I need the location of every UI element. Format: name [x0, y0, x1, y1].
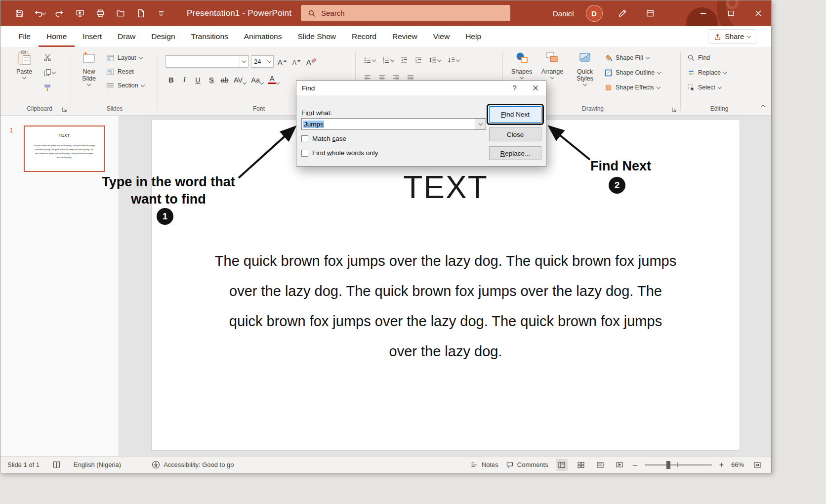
numbering-button[interactable] — [379, 54, 396, 67]
quick-print-button[interactable] — [92, 5, 108, 21]
decrease-indent-button[interactable] — [398, 54, 411, 67]
underline-button[interactable]: U — [192, 73, 204, 85]
tab-draw[interactable]: Draw — [110, 26, 143, 47]
replace-button[interactable]: Replace — [687, 66, 727, 80]
zoom-slider-thumb[interactable] — [666, 461, 670, 469]
new-file-button[interactable] — [133, 5, 149, 21]
cut-button[interactable] — [41, 51, 54, 64]
paste-button[interactable]: Paste — [10, 49, 38, 79]
customize-qat-button[interactable] — [153, 5, 169, 21]
layout-button[interactable]: Layout — [106, 51, 144, 65]
find-button[interactable]: Find — [687, 51, 727, 65]
select-button[interactable]: Select — [687, 81, 727, 94]
language-indicator[interactable]: English (Nigeria) — [74, 461, 121, 468]
share-button[interactable]: Share — [708, 29, 756, 44]
drawing-dialog-launcher[interactable] — [671, 107, 677, 112]
find-dialog-titlebar[interactable]: Find ? — [296, 81, 546, 95]
change-case-button[interactable]: Aa — [249, 73, 265, 85]
font-name-dropdown-icon[interactable] — [240, 56, 248, 67]
italic-button[interactable]: I — [179, 73, 190, 85]
avatar[interactable]: D — [586, 5, 603, 22]
start-slideshow-button[interactable] — [72, 5, 88, 21]
dialog-close-button[interactable]: Close — [489, 127, 541, 141]
tab-home[interactable]: Home — [39, 26, 75, 47]
group-slides: New Slide Layout Reset Section Slides — [75, 47, 155, 115]
find-what-label: Find what: — [301, 109, 332, 117]
font-color-button[interactable]: A — [267, 73, 281, 85]
tab-help[interactable]: Help — [457, 26, 489, 47]
zoom-in-button[interactable]: + — [719, 461, 724, 469]
clipboard-dialog-launcher[interactable] — [62, 107, 67, 112]
shape-fill-button[interactable]: Shape Fill — [604, 51, 661, 65]
slide-show-view-button[interactable] — [614, 459, 625, 471]
quick-styles-button[interactable]: Quick Styles — [570, 49, 600, 85]
tab-file[interactable]: File — [10, 26, 39, 47]
layout-dropdown-icon — [138, 55, 142, 59]
section-button[interactable]: Section — [106, 79, 144, 92]
find-dialog-close-button[interactable] — [525, 81, 546, 95]
find-what-dropdown[interactable] — [475, 118, 486, 130]
match-case-checkbox[interactable]: Match case — [301, 135, 346, 142]
reading-view-button[interactable] — [594, 459, 606, 471]
clear-formatting-button[interactable]: A — [305, 55, 318, 68]
line-spacing-button[interactable] — [426, 54, 443, 67]
bullets-button[interactable] — [361, 54, 378, 67]
strikethrough-button[interactable]: ab — [219, 73, 230, 85]
decrease-font-button[interactable]: A — [291, 55, 302, 68]
find-dialog-help-button[interactable]: ? — [504, 81, 525, 95]
undo-button[interactable] — [32, 5, 47, 21]
ribbon-display-options-button[interactable] — [642, 5, 658, 21]
collapse-ribb[interactable] — [761, 103, 765, 110]
accessibility-checker[interactable]: Accessibility: Good to go — [152, 461, 234, 469]
redo-button[interactable] — [52, 5, 68, 21]
save-button[interactable] — [11, 5, 27, 21]
slide-editor[interactable]: TEXT The quick brown fox jumps over the … — [152, 120, 740, 450]
spell-check-button[interactable] — [52, 461, 61, 469]
tab-insert[interactable]: Insert — [75, 26, 110, 47]
dialog-replace-button[interactable]: Replace... — [489, 146, 541, 160]
new-slide-button[interactable]: New Slide — [75, 49, 103, 85]
tab-slide-show[interactable]: Slide Show — [289, 26, 344, 47]
search-box[interactable]: Search — [301, 5, 510, 21]
shape-effects-button[interactable]: Shape Effects — [604, 81, 661, 94]
increase-font-button[interactable]: A — [276, 55, 289, 68]
tab-animations[interactable]: Animations — [236, 26, 290, 47]
tab-view[interactable]: View — [425, 26, 457, 47]
notes-button[interactable]: Notes — [470, 461, 498, 469]
copy-button[interactable] — [41, 66, 58, 79]
maximize-button[interactable] — [717, 0, 744, 26]
whole-words-checkbox[interactable]: Find whole words only — [301, 149, 378, 157]
format-painter-button[interactable] — [41, 82, 54, 94]
slide-sorter-view-button[interactable] — [575, 459, 587, 471]
draw-ink-button[interactable] — [615, 5, 630, 21]
character-spacing-button[interactable]: AV — [232, 73, 248, 85]
text-direction-button[interactable] — [445, 54, 462, 67]
slide-body-text[interactable]: The quick brown fox jumps over the lazy … — [152, 246, 740, 367]
normal-view-button[interactable] — [556, 459, 568, 471]
open-button[interactable] — [113, 5, 128, 21]
text-shadow-button[interactable]: S — [206, 73, 217, 85]
shapes-button[interactable]: Shapes — [507, 49, 536, 79]
minimize-button[interactable] — [689, 0, 717, 26]
close-button[interactable] — [744, 0, 771, 26]
find-next-button[interactable]: Find Next — [489, 106, 541, 123]
zoom-out-button[interactable]: – — [633, 461, 637, 469]
reset-button[interactable]: Reset — [106, 65, 144, 79]
comments-button[interactable]: Comments — [506, 461, 548, 469]
slide-thumbnail[interactable]: TEXT The quick brown fox jumps over the … — [24, 126, 105, 172]
tab-transitions[interactable]: Transitions — [183, 26, 236, 47]
fit-to-window-button[interactable] — [751, 459, 763, 471]
font-size-dropdown-icon[interactable] — [265, 56, 273, 67]
find-what-input[interactable]: Jumps — [301, 118, 476, 130]
tab-record[interactable]: Record — [344, 26, 384, 47]
font-name-combo[interactable] — [165, 55, 248, 68]
arrange-button[interactable]: Arrange — [538, 49, 567, 79]
shape-outline-button[interactable]: Shape Outline — [604, 66, 661, 80]
increase-indent-button[interactable] — [412, 54, 425, 67]
bold-button[interactable]: B — [165, 73, 177, 85]
zoom-slider[interactable] — [645, 464, 712, 465]
tab-design[interactable]: Design — [143, 26, 183, 47]
tab-review[interactable]: Review — [384, 26, 425, 47]
zoom-percentage[interactable]: 66% — [731, 461, 744, 468]
font-size-combo[interactable]: 24 — [251, 55, 274, 68]
